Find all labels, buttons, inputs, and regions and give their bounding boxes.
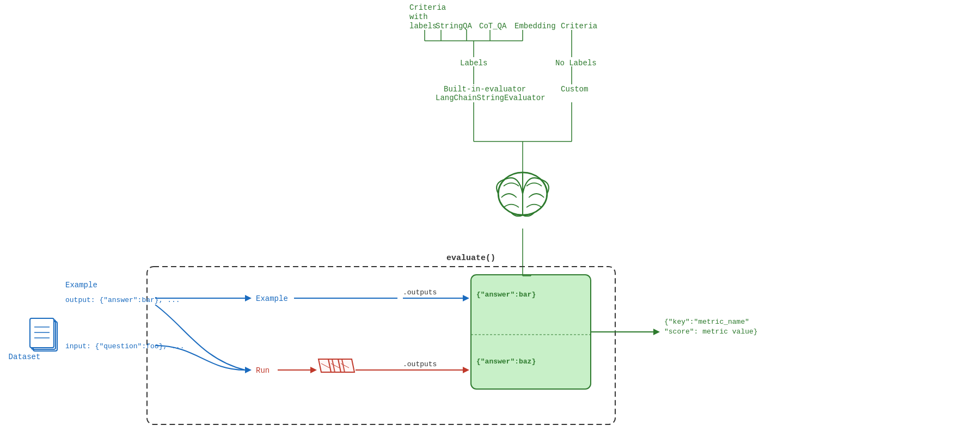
tree-child-criteria: Criteria [561,22,597,30]
arrow-result2-head [463,367,469,373]
tree-builtin-label: Built-in-evaluator [444,85,526,94]
tree-child-cot-qa: CoT_QA [479,22,507,30]
arrow-result1-head [463,295,469,301]
brain-icon [497,172,549,216]
arrow-output-head [653,329,660,335]
dataset-label: Dataset [9,353,41,361]
tree-labels-node: Labels [460,59,487,67]
output-text: output: {"answer":bar}, ... [65,296,180,304]
pipeline-icon [318,359,354,372]
evaluate-label: evaluate() [446,254,495,263]
svg-rect-19 [30,318,54,348]
tree-root-label3: labels [409,22,437,30]
tree-root-label: Criteria [409,3,446,12]
tree-builtin-label2: LangChainStringEvaluator [436,94,546,102]
result-score-text: "score": metric value} [664,328,758,336]
arrow-chain-head [310,367,317,373]
arrow-run-head [245,367,252,373]
outputs-label1: .outputs [403,288,437,297]
answer-bar-text: {"answer":bar} [476,291,536,299]
svg-marker-27 [338,359,354,372]
result-key-text: {"key":"metric_name" [664,318,749,326]
tree-root-label2: with [409,13,428,21]
tree-child-string: String [436,22,463,30]
arrow-example-head [245,295,252,301]
tree-child-embedding: Embedding [514,22,556,30]
tree-no-labels-node: No Labels [555,59,597,67]
outputs-label2: .outputs [403,360,437,368]
answer-baz-text: {"answer":baz} [476,357,536,366]
dataset-icon [30,318,57,351]
tree-custom-label: Custom [561,85,588,94]
run-in-box: Run [256,366,270,375]
example-heading: Example [65,281,97,289]
example-in-box: Example [256,294,288,303]
tree-child-qa: QA [463,22,472,30]
